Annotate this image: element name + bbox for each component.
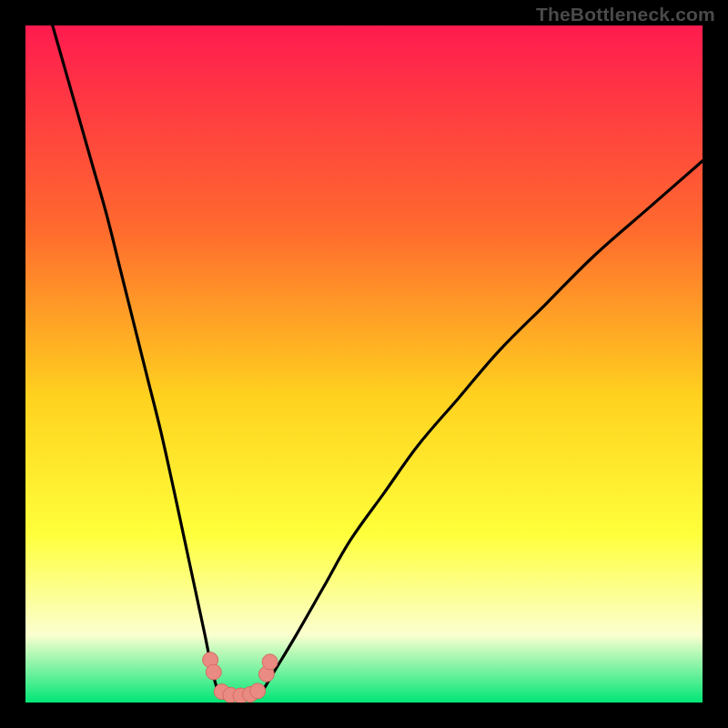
plot-area bbox=[25, 25, 703, 703]
data-marker bbox=[250, 683, 266, 699]
bottleneck-curve bbox=[53, 25, 703, 700]
data-marker bbox=[262, 654, 278, 670]
data-marker bbox=[206, 664, 221, 680]
curve-layer bbox=[25, 25, 703, 703]
chart-frame: TheBottleneck.com bbox=[0, 0, 728, 728]
trough-markers bbox=[203, 652, 278, 703]
watermark-text: TheBottleneck.com bbox=[536, 4, 715, 25]
